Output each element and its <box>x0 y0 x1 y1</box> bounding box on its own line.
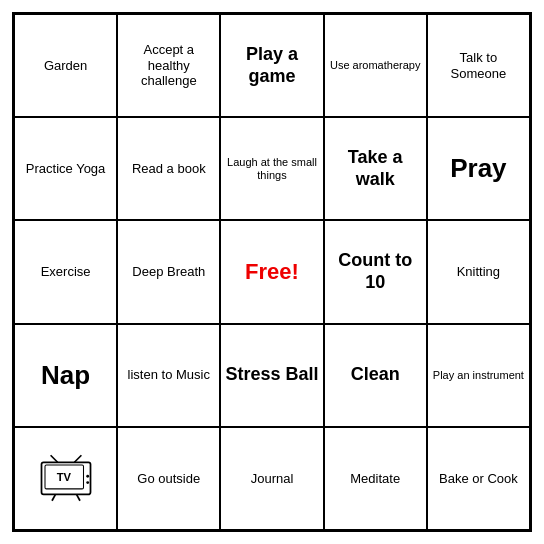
bingo-card: GardenAccept a healthy challengePlay a g… <box>12 12 532 532</box>
tv-icon: TV <box>38 453 94 503</box>
bingo-cell-3: Use aromatherapy <box>324 14 427 117</box>
bingo-cell-18: Clean <box>324 324 427 427</box>
svg-point-7 <box>86 475 89 478</box>
svg-line-1 <box>74 456 81 463</box>
svg-point-8 <box>86 482 89 485</box>
bingo-cell-5: Practice Yoga <box>14 117 117 220</box>
bingo-cell-6: Read a book <box>117 117 220 220</box>
bingo-cell-16: listen to Music <box>117 324 220 427</box>
bingo-cell-12: Free! <box>220 220 323 323</box>
bingo-cell-22: Journal <box>220 427 323 530</box>
bingo-cell-9: Pray <box>427 117 530 220</box>
svg-line-0 <box>50 456 57 463</box>
svg-line-5 <box>52 495 56 501</box>
bingo-cell-23: Meditate <box>324 427 427 530</box>
bingo-cell-0: Garden <box>14 14 117 117</box>
bingo-cell-11: Deep Breath <box>117 220 220 323</box>
bingo-cell-15: Nap <box>14 324 117 427</box>
bingo-cell-8: Take a walk <box>324 117 427 220</box>
bingo-cell-14: Knitting <box>427 220 530 323</box>
svg-line-6 <box>76 495 80 501</box>
bingo-cell-7: Laugh at the small things <box>220 117 323 220</box>
bingo-cell-13: Count to 10 <box>324 220 427 323</box>
bingo-cell-20: TV <box>14 427 117 530</box>
svg-text:TV: TV <box>56 472 71 484</box>
bingo-cell-1: Accept a healthy challenge <box>117 14 220 117</box>
bingo-cell-2: Play a game <box>220 14 323 117</box>
bingo-cell-19: Play an instrument <box>427 324 530 427</box>
bingo-cell-4: Talk to Someone <box>427 14 530 117</box>
bingo-cell-24: Bake or Cook <box>427 427 530 530</box>
bingo-cell-10: Exercise <box>14 220 117 323</box>
bingo-cell-21: Go outside <box>117 427 220 530</box>
bingo-cell-17: Stress Ball <box>220 324 323 427</box>
